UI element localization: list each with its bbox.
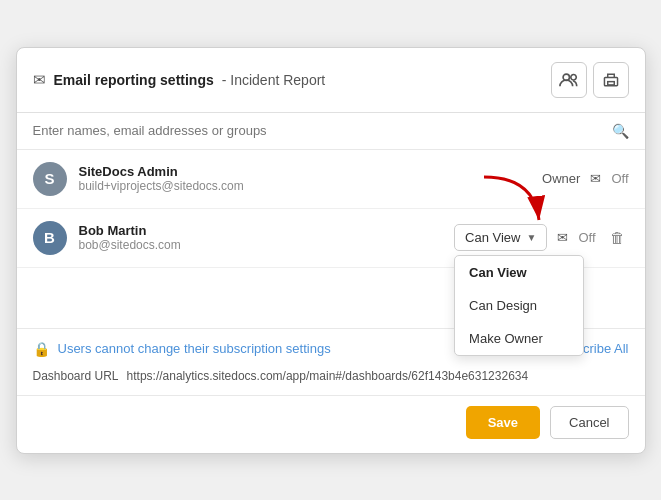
user-info: Bob Martin bob@sitedocs.com	[79, 223, 443, 252]
modal-actions: Save Cancel	[17, 395, 645, 453]
search-row: 🔍	[17, 113, 645, 150]
role-dropdown-button[interactable]: Can View ▼	[454, 224, 547, 251]
dropdown-item-can-view[interactable]: Can View	[455, 256, 583, 289]
delete-user-button[interactable]: 🗑	[606, 227, 629, 248]
modal-subtitle: - Incident Report	[222, 72, 326, 88]
cancel-button[interactable]: Cancel	[550, 406, 628, 439]
user-name: SiteDocs Admin	[79, 164, 531, 179]
notification-status: Off	[578, 230, 595, 245]
avatar: S	[33, 162, 67, 196]
subscription-link[interactable]: Users cannot change their subscription s…	[58, 341, 331, 356]
title-group: ✉ Email reporting settings - Incident Re…	[33, 71, 326, 89]
user-actions: Can View ▼ Can View Can Design Make Owne…	[454, 224, 628, 251]
dropdown-item-make-owner[interactable]: Make Owner	[455, 322, 583, 355]
notification-status: Off	[611, 171, 628, 186]
role-dropdown-wrapper: Can View ▼ Can View Can Design Make Owne…	[454, 224, 547, 251]
dashboard-url-value: https://analytics.sitedocs.com/app/main#…	[127, 369, 529, 383]
user-name: Bob Martin	[79, 223, 443, 238]
save-button[interactable]: Save	[466, 406, 540, 439]
dashboard-url-row: Dashboard URL https://analytics.sitedocs…	[17, 365, 645, 395]
role-label: Owner	[542, 171, 580, 186]
modal-header: ✉ Email reporting settings - Incident Re…	[17, 48, 645, 113]
role-dropdown-menu: Can View Can Design Make Owner	[454, 255, 584, 356]
email-notification-icon: ✉	[557, 230, 568, 245]
modal-title: Email reporting settings	[54, 72, 214, 88]
dropdown-item-can-design[interactable]: Can Design	[455, 289, 583, 322]
search-icon: 🔍	[612, 123, 629, 139]
lock-icon: 🔒	[33, 341, 50, 357]
user-info: SiteDocs Admin build+viprojects@sitedocs…	[79, 164, 531, 193]
email-settings-modal: ✉ Email reporting settings - Incident Re…	[16, 47, 646, 454]
user-actions: Owner ✉ Off	[542, 171, 628, 186]
chevron-down-icon: ▼	[526, 232, 536, 243]
table-row: S SiteDocs Admin build+viprojects@sitedo…	[17, 150, 645, 209]
print-icon-button[interactable]	[593, 62, 629, 98]
svg-rect-3	[607, 81, 614, 84]
user-email: build+viprojects@sitedocs.com	[79, 179, 531, 193]
header-actions	[551, 62, 629, 98]
search-input[interactable]	[33, 123, 604, 138]
dashboard-url-label: Dashboard URL	[33, 369, 119, 383]
dropdown-selected-value: Can View	[465, 230, 520, 245]
email-header-icon: ✉	[33, 71, 46, 89]
svg-point-1	[570, 74, 575, 79]
group-icon-button[interactable]	[551, 62, 587, 98]
email-notification-icon: ✉	[590, 171, 601, 186]
avatar: B	[33, 221, 67, 255]
table-row: B Bob Martin bob@sitedocs.com	[17, 209, 645, 268]
user-email: bob@sitedocs.com	[79, 238, 443, 252]
user-list: S SiteDocs Admin build+viprojects@sitedo…	[17, 150, 645, 268]
